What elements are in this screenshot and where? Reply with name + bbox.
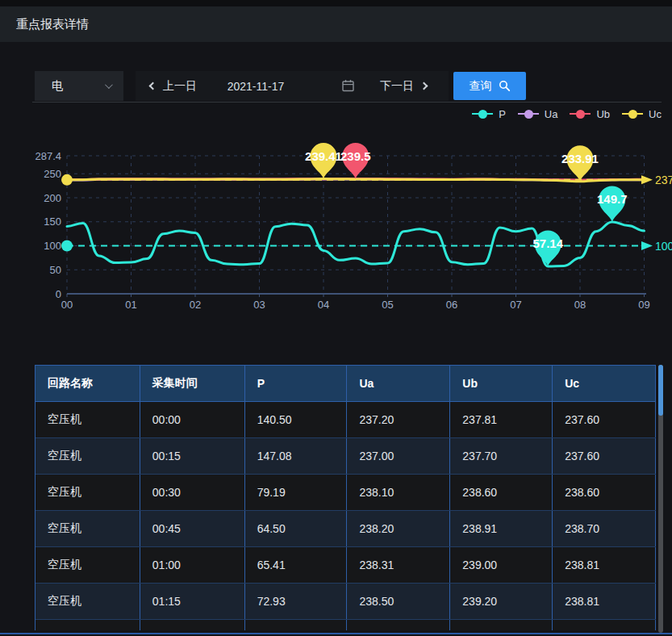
window-header: 重点报表详情 xyxy=(0,6,672,42)
table-cell xyxy=(553,620,656,630)
table-cell: 00:00 xyxy=(140,402,245,437)
y-axis-label: 150 xyxy=(44,215,61,228)
table-header-cell: 回路名称 xyxy=(35,366,140,401)
table-cell: 空压机 xyxy=(35,547,140,583)
x-axis-label: 01 xyxy=(125,299,136,311)
x-axis-label: 04 xyxy=(318,299,329,311)
top-edge-strip xyxy=(0,0,672,6)
table-cell: 238.81 xyxy=(553,547,656,583)
panel-bottom-border xyxy=(0,633,672,634)
table-cell: 238.60 xyxy=(450,475,553,510)
table-cell: 237.60 xyxy=(553,402,656,437)
x-axis-label: 09 xyxy=(638,299,649,311)
table-cell: 空压机 xyxy=(35,475,140,510)
date-navigation-panel: 上一日 2021-11-17 下一日 xyxy=(136,71,449,101)
markline-start-dot xyxy=(61,174,73,186)
table-cell: 237.00 xyxy=(347,438,450,474)
pin-value-label: 239.41 xyxy=(305,149,342,163)
table-cell: 238.10 xyxy=(347,475,450,510)
pin-value-label: 239.5 xyxy=(340,149,371,163)
markline-value-label: 237 xyxy=(655,174,672,186)
table-cell: 00:30 xyxy=(140,475,245,510)
calendar-icon[interactable] xyxy=(342,79,354,94)
table-header-cell: 采集时间 xyxy=(140,366,245,401)
table-header-cell: Ua xyxy=(347,366,450,401)
table-scrollbar-track xyxy=(658,365,663,633)
table-row-partial xyxy=(35,620,656,630)
x-axis-label: 07 xyxy=(510,299,521,311)
table-cell: 00:45 xyxy=(140,511,245,546)
previous-day-label: 上一日 xyxy=(163,79,197,94)
data-table: 回路名称采集时间PUaUbUc空压机00:00140.50237.20237.8… xyxy=(35,365,656,630)
legend-line-marker xyxy=(622,113,643,115)
query-button[interactable]: 查询 xyxy=(453,72,526,100)
table-cell: 239.00 xyxy=(450,547,553,583)
table-cell: 空压机 xyxy=(35,511,140,546)
type-select[interactable]: 电 xyxy=(35,71,123,101)
pin-value-label: 149.7 xyxy=(597,192,628,206)
table-row: 空压机00:15147.08237.00237.70237.60 xyxy=(35,438,656,475)
table-cell: 238.60 xyxy=(553,475,656,510)
table-cell: 238.91 xyxy=(450,511,553,546)
legend-label: Uc xyxy=(649,108,662,120)
table-header-cell: P xyxy=(245,366,348,401)
markline-start-dot xyxy=(61,241,73,252)
markline-arrow xyxy=(641,175,653,184)
page-title: 重点报表详情 xyxy=(16,17,89,32)
legend-line-marker xyxy=(518,113,539,115)
table-row: 空压机00:3079.19238.10238.60238.60 xyxy=(35,475,656,511)
legend-item-Uc[interactable]: Uc xyxy=(622,108,662,120)
legend-dot xyxy=(524,110,533,119)
table-cell: 64.50 xyxy=(245,511,348,546)
y-axis-label: 200 xyxy=(44,192,61,204)
table-cell xyxy=(245,620,348,630)
x-axis-label: 08 xyxy=(574,299,586,311)
table-header-row: 回路名称采集时间PUaUbUc xyxy=(35,366,656,402)
y-axis-label: 250 xyxy=(44,168,61,180)
table-cell: 空压机 xyxy=(35,584,140,619)
table-row: 空压机00:00140.50237.20237.81237.60 xyxy=(35,402,656,438)
table-cell: 238.31 xyxy=(347,547,450,583)
table-scrollbar-thumb[interactable] xyxy=(658,365,663,416)
table-cell: 238.81 xyxy=(553,584,656,619)
table-cell: 238.50 xyxy=(347,584,450,619)
legend-item-Ua[interactable]: Ua xyxy=(518,108,558,120)
line-chart: 050100150200250287.400010203040506070809… xyxy=(0,128,672,329)
table-row: 空压机00:4564.50238.20238.91238.70 xyxy=(35,511,656,547)
date-picker-value[interactable]: 2021-11-17 xyxy=(215,71,296,101)
legend-item-Ub[interactable]: Ub xyxy=(570,108,610,120)
table-cell: 237.60 xyxy=(553,438,656,474)
next-day-button[interactable]: 下一日 xyxy=(380,71,427,101)
legend-item-P[interactable]: P xyxy=(472,108,506,120)
chevron-down-icon xyxy=(105,81,113,89)
table-cell: 01:15 xyxy=(140,584,245,619)
table-cell: 238.70 xyxy=(553,511,656,546)
chevron-left-icon xyxy=(149,82,157,90)
markline-value-label: 100 xyxy=(655,240,672,253)
toolbar: 电 上一日 2021-11-17 下一日 查询 xyxy=(0,71,672,102)
table-header-cell: Uc xyxy=(553,366,656,401)
type-select-value: 电 xyxy=(52,79,63,94)
chart-legend: PUaUbUc xyxy=(472,106,662,122)
legend-line-marker xyxy=(570,113,591,115)
search-icon xyxy=(499,80,511,92)
x-axis-label: 03 xyxy=(253,299,265,311)
table-cell: 00:15 xyxy=(140,438,245,474)
table-cell: 147.08 xyxy=(245,438,348,474)
marker-pin-P: 57.14 xyxy=(532,231,563,267)
legend-label: P xyxy=(499,108,506,120)
table-row: 空压机01:0065.41238.31239.00238.81 xyxy=(35,547,656,584)
table-cell: 237.81 xyxy=(450,402,553,437)
chevron-right-icon xyxy=(420,82,428,90)
table-cell: 65.41 xyxy=(245,547,348,583)
markline-arrow xyxy=(641,241,653,250)
legend-label: Ub xyxy=(596,108,610,120)
y-axis-label: 100 xyxy=(44,240,61,252)
next-day-label: 下一日 xyxy=(380,79,414,94)
table-cell: 140.50 xyxy=(245,402,348,437)
x-axis-label: 02 xyxy=(190,299,201,311)
legend-dot xyxy=(628,110,637,119)
legend-dot xyxy=(478,110,487,119)
y-axis-label: 50 xyxy=(50,264,61,276)
previous-day-button[interactable]: 上一日 xyxy=(150,71,197,101)
